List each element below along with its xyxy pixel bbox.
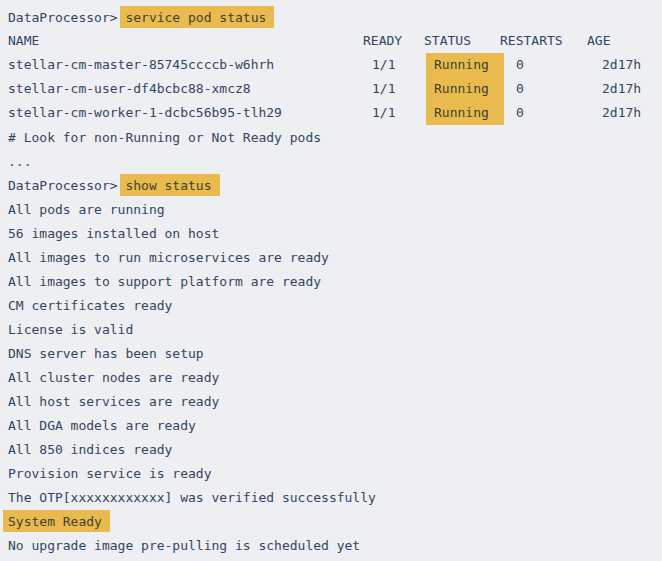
status-text: All images to support platform are ready: [8, 274, 321, 289]
status-line: License is valid: [0, 317, 662, 341]
status-text: Provision service is ready: [8, 466, 212, 481]
table-row: stellar-cm-master-85745ccccb-w6hrh 1/1 R…: [0, 53, 662, 77]
ready-cell: 1/1: [372, 77, 395, 101]
table-row: stellar-cm-worker-1-dcbc56b95-tlh29 1/1 …: [0, 101, 662, 125]
status-text: 56 images installed on host: [8, 226, 219, 241]
status-text: CM certificates ready: [8, 298, 172, 313]
restarts-cell: 0: [516, 101, 524, 125]
age-cell: 2d17h: [602, 101, 641, 125]
status-badge: Running: [426, 77, 504, 101]
ellipsis-text: ...: [8, 154, 31, 169]
pod-name-cell: stellar-cm-worker-1-dcbc56b95-tlh29: [8, 101, 282, 125]
age-cell: 2d17h: [602, 53, 641, 77]
status-text: All images to run microservices are read…: [8, 250, 329, 265]
ready-cell: 1/1: [372, 53, 395, 77]
otp-line: The OTP[xxxxxxxxxxxx] was verified succe…: [0, 485, 662, 509]
status-line: All host services are ready: [0, 389, 662, 413]
status-line: All images to support platform are ready: [0, 269, 662, 293]
status-line: All cluster nodes are ready: [0, 365, 662, 389]
ready-cell: 1/1: [372, 101, 395, 125]
header-ready: READY: [363, 29, 402, 53]
status-badge: Running: [426, 101, 504, 125]
status-line: DNS server has been setup: [0, 341, 662, 365]
status-text: All host services are ready: [8, 394, 219, 409]
age-cell: 2d17h: [602, 77, 641, 101]
status-line: All pods are running: [0, 197, 662, 221]
table-header-row: NAME READY STATUS RESTARTS AGE: [0, 29, 662, 53]
header-restarts: RESTARTS: [500, 29, 563, 53]
status-line: 56 images installed on host: [0, 221, 662, 245]
status-line: CM certificates ready: [0, 293, 662, 317]
status-text: All cluster nodes are ready: [8, 370, 219, 385]
header-age: AGE: [587, 29, 610, 53]
header-name: NAME: [8, 29, 39, 53]
prompt-line-service-pod-status: DataProcessor> service pod status: [0, 5, 662, 29]
status-line: All 850 indices ready: [0, 437, 662, 461]
restarts-cell: 0: [516, 53, 524, 77]
status-text: All 850 indices ready: [8, 442, 172, 457]
status-text: License is valid: [8, 322, 133, 337]
status-line: All images to run microservices are read…: [0, 245, 662, 269]
terminal-output: DataProcessor> service pod status NAME R…: [0, 0, 662, 561]
system-ready-highlight: System Ready: [3, 510, 110, 532]
status-badge: Running: [426, 53, 504, 77]
status-text: All pods are running: [8, 202, 165, 217]
upgrade-info-text: No upgrade image pre-pulling is schedule…: [8, 538, 360, 553]
comment-text: # Look for non-Running or Not Ready pods: [8, 130, 321, 145]
command-highlight-show-status: show status: [120, 174, 219, 196]
command-highlight-service-pod-status: service pod status: [120, 6, 274, 28]
status-text: All DGA models are ready: [8, 418, 196, 433]
prompt-label: DataProcessor>: [8, 178, 125, 193]
pod-name-cell: stellar-cm-master-85745ccccb-w6hrh: [8, 53, 274, 77]
prompt-label: DataProcessor>: [8, 10, 125, 25]
system-ready-line: System Ready: [0, 509, 662, 533]
ellipsis-line: ...: [0, 149, 662, 173]
pod-name-cell: stellar-cm-user-df4bcbc88-xmcz8: [8, 77, 251, 101]
prompt-line-show-status: DataProcessor> show status: [0, 173, 662, 197]
otp-text: The OTP[xxxxxxxxxxxx] was verified succe…: [8, 490, 376, 505]
table-row: stellar-cm-user-df4bcbc88-xmcz8 1/1 Runn…: [0, 77, 662, 101]
upgrade-info-line: No upgrade image pre-pulling is schedule…: [0, 533, 662, 557]
comment-line: # Look for non-Running or Not Ready pods: [0, 125, 662, 149]
status-text: DNS server has been setup: [8, 346, 204, 361]
status-line: Provision service is ready: [0, 461, 662, 485]
restarts-cell: 0: [516, 77, 524, 101]
header-status: STATUS: [424, 29, 471, 53]
status-line: All DGA models are ready: [0, 413, 662, 437]
